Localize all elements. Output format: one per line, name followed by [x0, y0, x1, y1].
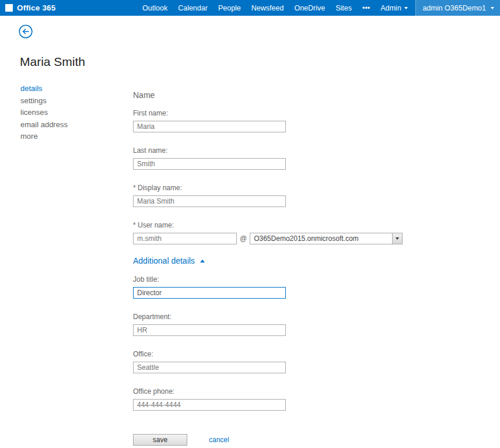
back-button[interactable]: [19, 24, 33, 38]
field-group-job-title: Job title:: [133, 275, 413, 299]
user-name-row: @ O365Demo2015.onmicrosoft.com: [133, 233, 413, 244]
field-group-office: Office:: [133, 350, 413, 373]
first-name-input[interactable]: [133, 121, 286, 132]
field-group-office-phone: Office phone:: [133, 387, 413, 411]
nav-item-label: Newsfeed: [251, 4, 284, 12]
department-input[interactable]: [133, 324, 286, 336]
sidebar-nav: details settings licenses email address …: [20, 83, 114, 143]
nav-item-more-apps[interactable]: •••: [357, 0, 375, 16]
office-input[interactable]: [133, 362, 286, 373]
office-phone-input[interactable]: [133, 399, 286, 411]
account-label: admin O365Demo1: [423, 4, 486, 12]
office365-brand-icon: [5, 4, 13, 12]
field-group-first-name: First name:: [133, 109, 413, 132]
nav-item-calendar[interactable]: Calendar: [173, 0, 213, 16]
first-name-label: First name:: [133, 109, 413, 117]
field-group-department: Department:: [133, 313, 413, 336]
page-title: Maria Smith: [20, 55, 85, 69]
field-group-user-name: * User name: @ O365Demo2015.onmicrosoft.…: [133, 221, 413, 244]
nav-item-onedrive[interactable]: OneDrive: [289, 0, 330, 16]
brand-text: Office 365: [17, 4, 56, 12]
field-group-display-name: * Display name:: [133, 184, 413, 207]
nav-item-label: Admin: [380, 4, 401, 12]
chevron-down-icon: [396, 237, 399, 240]
nav-item-admin[interactable]: Admin: [375, 0, 412, 16]
details-form: Name First name: Last name: * Display na…: [133, 90, 413, 446]
suite-bar: Office 365 Outlook Calendar People Newsf…: [0, 0, 500, 16]
chevron-down-icon: [404, 7, 408, 9]
office-label: Office:: [133, 350, 413, 358]
form-actions: save cancel: [133, 434, 413, 446]
nav-item-label: Sites: [335, 4, 352, 12]
sidebar-item-settings[interactable]: settings: [20, 95, 114, 107]
office365-logo[interactable]: Office 365: [0, 0, 62, 16]
suite-nav: Outlook Calendar People Newsfeed OneDriv…: [137, 0, 500, 16]
nav-item-label: Outlook: [142, 4, 167, 12]
display-name-input[interactable]: [133, 195, 286, 207]
domain-select-arrow-button[interactable]: [392, 233, 402, 244]
display-name-label: * Display name:: [133, 184, 413, 192]
back-arrow-icon: [19, 24, 33, 38]
account-menu[interactable]: admin O365Demo1: [415, 0, 500, 16]
sidebar-item-email-address[interactable]: email address: [20, 119, 114, 131]
nav-item-newsfeed[interactable]: Newsfeed: [246, 0, 289, 16]
section-heading-name: Name: [133, 90, 413, 100]
nav-item-people[interactable]: People: [213, 0, 246, 16]
department-label: Department:: [133, 313, 413, 321]
nav-item-label: People: [218, 4, 241, 12]
last-name-label: Last name:: [133, 146, 413, 155]
user-name-label: * User name:: [133, 221, 413, 229]
office-phone-label: Office phone:: [133, 387, 413, 396]
save-button[interactable]: save: [133, 434, 187, 446]
nav-item-sites[interactable]: Sites: [330, 0, 357, 16]
cancel-link[interactable]: cancel: [209, 436, 229, 444]
chevron-up-icon: [200, 260, 205, 262]
job-title-label: Job title:: [133, 275, 413, 284]
chevron-down-icon: [491, 7, 494, 9]
nav-item-label: Calendar: [178, 4, 208, 12]
at-sign: @: [240, 235, 247, 243]
domain-select-value: O365Demo2015.onmicrosoft.com: [250, 233, 392, 244]
domain-select[interactable]: O365Demo2015.onmicrosoft.com: [250, 233, 403, 244]
user-name-input[interactable]: [133, 233, 237, 244]
page: Office 365 Outlook Calendar People Newsf…: [0, 0, 500, 448]
last-name-input[interactable]: [133, 158, 286, 170]
ellipsis-icon: •••: [362, 4, 370, 12]
nav-item-outlook[interactable]: Outlook: [137, 0, 173, 16]
sidebar-item-licenses[interactable]: licenses: [20, 107, 114, 119]
additional-details-toggle[interactable]: Additional details: [133, 256, 413, 266]
field-group-last-name: Last name:: [133, 146, 413, 170]
sidebar-item-more[interactable]: more: [20, 131, 114, 143]
additional-details-label: Additional details: [133, 256, 195, 266]
sidebar-item-details[interactable]: details: [20, 83, 114, 95]
nav-item-label: OneDrive: [294, 4, 325, 12]
job-title-input[interactable]: [133, 287, 286, 299]
